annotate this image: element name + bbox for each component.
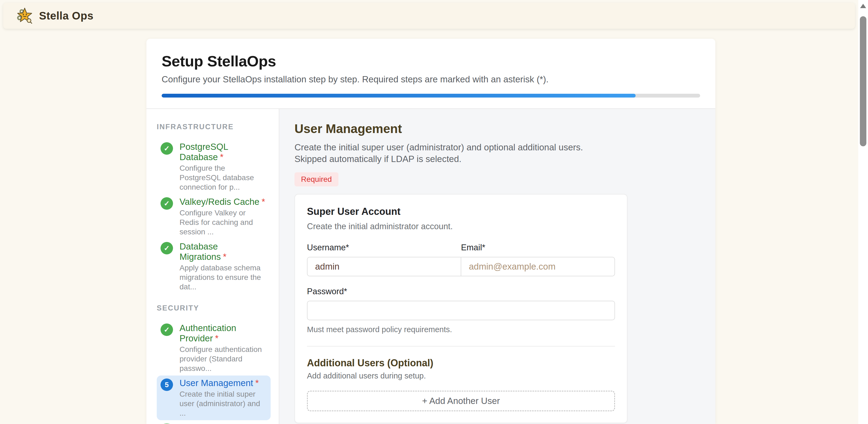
page-scrollbar[interactable] — [858, 0, 868, 424]
step-sidebar: INFRASTRUCTURE ✓ PostgreSQL Database* Co… — [147, 109, 279, 424]
additional-users-title: Additional Users (Optional) — [307, 357, 615, 369]
step-description: Configure authentication provider (Stand… — [180, 345, 267, 373]
stella-ops-logo-icon — [16, 8, 33, 24]
step-title: Authentication Provider* — [180, 323, 267, 344]
password-input[interactable] — [307, 301, 615, 320]
sidebar-item-postgresql-database[interactable]: ✓ PostgreSQL Database* Configure the Pos… — [157, 139, 271, 194]
step-complete-check-icon: ✓ — [160, 324, 173, 336]
sidebar-item-user-management[interactable]: 5 User Management* Create the initial su… — [157, 376, 271, 420]
super-user-account-panel: Super User Account Create the initial ad… — [294, 194, 627, 423]
email-input[interactable] — [461, 257, 615, 276]
step-title: Cryptographic Provider — [180, 423, 267, 424]
progress-fill — [162, 94, 636, 98]
sidebar-item-valkey-redis-cache[interactable]: ✓ Valkey/Redis Cache* Configure Valkey o… — [157, 194, 271, 239]
step-heading-description: Create the initial super user (administr… — [294, 141, 595, 165]
wizard-header: Setup StellaOps Configure your StellaOps… — [147, 39, 715, 108]
step-description: Apply database schema migrations to ensu… — [180, 263, 267, 292]
step-title: Database Migrations* — [180, 241, 267, 262]
setup-progress-bar — [162, 94, 700, 98]
section-label-security: SECURITY — [157, 304, 271, 313]
step-title: PostgreSQL Database* — [180, 142, 267, 162]
add-another-user-button[interactable]: + Add Another User — [307, 391, 615, 411]
password-helper-text: Must meet password policy requirements. — [307, 325, 615, 334]
brand-title: Stella Ops — [39, 10, 94, 22]
page-subtitle: Configure your StellaOps installation st… — [162, 74, 700, 85]
section-label-infrastructure: INFRASTRUCTURE — [157, 123, 271, 131]
panel-subtitle: Create the initial administrator account… — [307, 222, 615, 231]
step-description: Create the initial super user (administr… — [180, 389, 267, 418]
page-title: Setup StellaOps — [162, 52, 700, 70]
step-complete-check-icon: ✓ — [160, 197, 173, 210]
additional-users-subtitle: Add additional users during setup. — [307, 371, 615, 380]
username-label: Username* — [307, 243, 461, 253]
panel-divider — [307, 346, 615, 347]
step-number-badge: 5 — [160, 379, 173, 391]
password-label: Password* — [307, 287, 615, 296]
required-asterisk: * — [215, 333, 219, 343]
required-asterisk: * — [223, 252, 226, 262]
required-badge: Required — [294, 172, 338, 186]
setup-wizard-card: Setup StellaOps Configure your StellaOps… — [147, 39, 715, 424]
step-title: User Management* — [180, 378, 267, 388]
scrollbar-up-arrow-icon[interactable] — [860, 4, 866, 8]
required-asterisk: * — [255, 378, 259, 388]
email-label: Email* — [461, 243, 615, 253]
username-input[interactable] — [307, 257, 461, 276]
step-title: Valkey/Redis Cache* — [180, 197, 267, 207]
required-asterisk: * — [262, 197, 265, 207]
sidebar-item-database-migrations[interactable]: ✓ Database Migrations* Apply database sc… — [157, 239, 271, 294]
scrollbar-thumb[interactable] — [860, 16, 866, 146]
step-description: Configure Valkey or Redis for caching an… — [180, 208, 267, 236]
step-content-area: User Management Create the initial super… — [279, 109, 715, 424]
step-complete-check-icon: ✓ — [160, 142, 173, 155]
step-complete-check-icon: ✓ — [160, 242, 173, 254]
required-asterisk: * — [220, 152, 223, 162]
sidebar-item-cryptographic-provider[interactable]: ✓ Cryptographic Provider Select cryptogr… — [157, 420, 271, 424]
sidebar-item-authentication-provider[interactable]: ✓ Authentication Provider* Configure aut… — [157, 321, 271, 376]
step-description: Configure the PostgreSQL database connec… — [180, 163, 267, 192]
panel-title: Super User Account — [307, 206, 615, 217]
app-header: Stella Ops — [3, 3, 855, 29]
step-heading: User Management — [294, 121, 715, 136]
